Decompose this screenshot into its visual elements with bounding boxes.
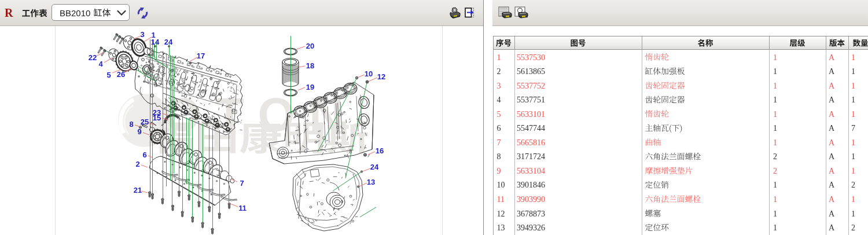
svg-text:5: 5 [106,71,111,79]
svg-text:A: A [829,195,835,204]
svg-text:3903990: 3903990 [517,195,545,204]
svg-text:5633104: 5633104 [517,167,545,175]
svg-text:8: 8 [497,152,501,161]
svg-text:1: 1 [773,96,777,104]
svg-text:2: 2 [497,67,501,76]
svg-text:14: 14 [151,38,160,46]
svg-text:12: 12 [497,210,505,218]
svg-text:1: 1 [851,110,855,119]
svg-text:1: 1 [773,53,777,62]
svg-text:A: A [829,110,835,119]
svg-text:1: 1 [773,124,777,133]
svg-text:10: 10 [497,181,505,189]
svg-text:20: 20 [306,42,314,50]
svg-text:A: A [829,138,835,147]
svg-text:7: 7 [240,179,244,188]
svg-text:1: 1 [773,67,777,76]
svg-text:A: A [829,53,835,62]
svg-text:A: A [829,210,835,218]
svg-text:2: 2 [773,152,777,161]
svg-text:11: 11 [497,195,505,204]
svg-text:A: A [829,96,835,104]
svg-text:4: 4 [98,60,103,68]
svg-text:21: 21 [134,186,142,194]
svg-text:A: A [829,181,835,189]
svg-text:1: 1 [773,82,777,90]
svg-text:A: A [829,152,835,161]
svg-text:3171724: 3171724 [517,152,545,161]
svg-text:7: 7 [497,138,501,147]
svg-text:17: 17 [197,52,205,60]
svg-text:13: 13 [367,178,375,186]
svg-text:26: 26 [117,70,125,79]
svg-text:24: 24 [370,163,379,171]
svg-text:3: 3 [497,82,501,90]
svg-text:OTON: OTON [164,88,358,141]
svg-text:A: A [829,82,835,90]
svg-text:6: 6 [497,124,501,133]
svg-text:3: 3 [140,30,144,39]
svg-text:5633101: 5633101 [517,110,545,119]
svg-text:1: 1 [851,152,855,161]
svg-text:1: 1 [773,223,777,232]
svg-text:3949326: 3949326 [517,223,545,232]
svg-text:1: 1 [851,67,855,76]
svg-text:1: 1 [851,82,855,90]
svg-text:A: A [829,124,835,133]
svg-text:6: 6 [142,150,146,159]
svg-text:9: 9 [497,167,501,175]
svg-text:18: 18 [306,61,314,70]
svg-text:1: 1 [851,96,855,104]
svg-text:3901846: 3901846 [517,181,545,189]
svg-text:11: 11 [238,204,247,212]
svg-text:2: 2 [773,167,777,175]
svg-text:1: 1 [851,195,855,204]
svg-text:5: 5 [497,110,501,119]
svg-text:5537751: 5537751 [517,96,545,104]
svg-text:4: 4 [497,96,501,104]
svg-text:1: 1 [851,210,855,218]
svg-text:2: 2 [135,160,139,168]
svg-text:A: A [829,67,835,76]
svg-text:A: A [829,167,835,175]
svg-text:A: A [829,223,835,232]
svg-text:24: 24 [164,38,173,46]
svg-text:1: 1 [773,110,777,119]
svg-text:3678873: 3678873 [517,210,545,218]
svg-text:R: R [5,6,13,19]
svg-text:1: 1 [851,53,855,62]
svg-text:1: 1 [773,138,777,147]
svg-text:5665816: 5665816 [517,138,545,147]
svg-text:2: 2 [851,181,855,189]
svg-text:1: 1 [851,167,855,175]
svg-text:1: 1 [773,181,777,189]
svg-text:5613865: 5613865 [517,67,545,76]
svg-text:10: 10 [365,69,373,78]
svg-text:22: 22 [89,53,97,62]
svg-text:13: 13 [497,223,505,232]
svg-text:16: 16 [376,146,384,155]
svg-text:5537752: 5537752 [517,82,545,90]
svg-text:7: 7 [851,124,855,133]
svg-text:1: 1 [851,138,855,147]
svg-text:1: 1 [497,53,501,62]
svg-text:1: 1 [773,210,777,218]
svg-text:2: 2 [851,223,855,232]
svg-text:5547744: 5547744 [517,124,545,133]
svg-text:1: 1 [773,195,777,204]
svg-text:12: 12 [377,72,385,81]
svg-text:5537530: 5537530 [517,53,545,62]
